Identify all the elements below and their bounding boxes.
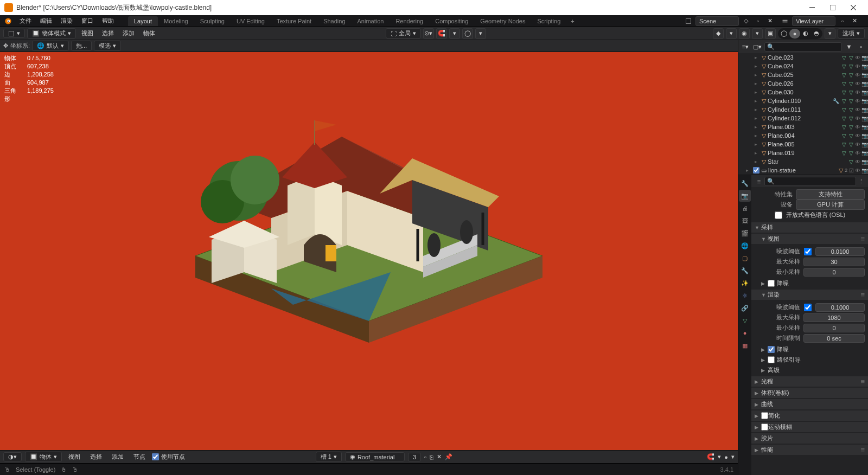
properties-search[interactable]: 🔍: [764, 177, 856, 186]
noise-rn-checkbox[interactable]: [803, 304, 812, 311]
minimize-button[interactable]: [802, 0, 822, 15]
outliner-item[interactable]: ▸▽Plane.004▽▽👁📷: [738, 131, 868, 140]
workspace-tab-compositing[interactable]: Compositing: [429, 16, 474, 26]
panel-vp-denoise[interactable]: ▶降噪: [751, 278, 868, 288]
shader-editor-type-dropdown[interactable]: ◑▾: [3, 452, 22, 461]
scene-pin-icon[interactable]: ◇: [741, 16, 751, 26]
viewport-options[interactable]: 选项 ▾: [838, 28, 865, 38]
outliner-display-mode-dropdown[interactable]: ▢▾: [752, 42, 762, 52]
scene-browse-icon[interactable]: [684, 16, 693, 26]
gizmo-visibility-toggle[interactable]: ◆: [713, 28, 724, 39]
material-unlink-icon[interactable]: ✕: [437, 453, 442, 460]
prop-tab-texture[interactable]: ▦: [739, 339, 751, 351]
scene-new-icon[interactable]: ▫: [753, 16, 763, 26]
simplify-checkbox[interactable]: [761, 412, 768, 419]
viewlayer-delete-icon[interactable]: ✕: [850, 16, 859, 26]
blender-icon[interactable]: [3, 16, 13, 26]
path-guiding-checkbox[interactable]: [768, 356, 775, 363]
panel-sampling[interactable]: ▼采样: [751, 222, 868, 233]
outliner-item[interactable]: ▸▽Plane.005▽▽👁📷: [738, 140, 868, 149]
shading-rendered[interactable]: ◓: [811, 29, 822, 38]
panel-viewport-sampling[interactable]: ▼视图≡: [751, 234, 868, 244]
outliner-item[interactable]: ▸▽Cube.023▽▽👁📷: [738, 53, 868, 62]
pivot-point-dropdown[interactable]: ⊙▾: [423, 28, 434, 39]
outliner-item[interactable]: ▸▽Star▽👁📷: [738, 157, 868, 166]
max-rn-value[interactable]: 1080: [803, 313, 865, 322]
panel-curves[interactable]: ▶曲线: [751, 399, 868, 409]
viewport-menu-add[interactable]: 添加: [119, 28, 138, 38]
vp-denoise-checkbox[interactable]: [768, 280, 775, 287]
prop-tab-particle[interactable]: ✨: [739, 277, 751, 289]
outliner-item[interactable]: ▸▽Cylinder.010🔧▽▽👁📷: [738, 97, 868, 105]
outliner-item[interactable]: ▸▽Cylinder.012▽▽👁📷: [738, 114, 868, 123]
overlay-toggle[interactable]: ◉: [739, 28, 750, 39]
scene-name-field[interactable]: Scene: [695, 16, 739, 26]
menu-file[interactable]: 文件: [15, 15, 36, 27]
material-pin-icon[interactable]: 📌: [445, 453, 452, 460]
workspace-tab-animation[interactable]: Animation: [352, 16, 390, 26]
shader-snap-toggle[interactable]: 🧲: [707, 453, 714, 460]
viewport-menu-object[interactable]: 物体: [140, 28, 158, 38]
outliner-item[interactable]: ▸▽Cube.030▽▽👁📷: [738, 88, 868, 97]
prop-tab-render[interactable]: 📷: [739, 190, 751, 202]
outliner-item[interactable]: ▸▽Plane.003▽▽👁📷: [738, 123, 868, 131]
panel-light-paths[interactable]: ▶光程≡: [751, 376, 868, 387]
workspace-tab-modeling[interactable]: Modeling: [158, 16, 194, 26]
shader-backdrop-btn[interactable]: ●: [724, 454, 728, 460]
workspace-tab-scripting[interactable]: Scripting: [531, 16, 566, 26]
outliner-item[interactable]: ▸▽Cylinder.011▽▽👁📷: [738, 105, 868, 114]
shading-material[interactable]: ◐: [800, 29, 811, 38]
shader-overlay-toggle[interactable]: ▾: [718, 453, 721, 460]
outliner-tree[interactable]: ▸▽Cube.023▽▽👁📷▸▽Cube.024▽▽👁📷▸▽Cube.025▽▽…: [738, 53, 868, 175]
prop-tab-data[interactable]: ▽: [739, 314, 751, 326]
osl-checkbox[interactable]: [774, 211, 783, 219]
viewport-menu-select[interactable]: 选择: [99, 28, 117, 38]
panel-rn-denoise[interactable]: ▶降噪: [751, 344, 868, 355]
panel-path-guiding[interactable]: ▶路径引导: [751, 355, 868, 365]
snap-settings-dropdown[interactable]: ▾: [449, 28, 460, 39]
shader-menu-select[interactable]: 选择: [87, 452, 105, 462]
menu-help[interactable]: 帮助: [98, 15, 118, 27]
noise-vp-checkbox[interactable]: [803, 248, 812, 255]
3d-viewport[interactable]: ✥ 坐标系: 🌐 默认 ▾ 拖... 模选 ▾ 物体0 / 5,760 顶点60…: [0, 40, 738, 450]
maximize-button[interactable]: [822, 0, 843, 15]
outliner-type-dropdown[interactable]: ≡▾: [741, 42, 750, 52]
transform-orientation-dropdown[interactable]: ⛶ 全局 ▾: [386, 28, 421, 38]
prop-tab-modifier[interactable]: 🔧: [739, 265, 751, 277]
xray-toggle[interactable]: ▣: [765, 28, 776, 39]
workspace-tab-layout[interactable]: Layout: [128, 16, 158, 26]
shader-menu-add[interactable]: 添加: [108, 452, 127, 462]
shader-menu-view[interactable]: 视图: [65, 452, 84, 462]
scene-delete-icon[interactable]: ✕: [765, 16, 775, 26]
panel-performance[interactable]: ▶性能≡: [751, 445, 868, 455]
menu-edit[interactable]: 编辑: [36, 15, 56, 27]
editor-type-dropdown[interactable]: ▾: [3, 29, 25, 38]
workspace-add-button[interactable]: +: [566, 16, 578, 26]
panel-simplify[interactable]: ▶简化: [751, 410, 868, 421]
noise-vp-value[interactable]: 0.0100: [815, 247, 865, 256]
material-duplicate-icon[interactable]: ⎘: [430, 454, 433, 460]
prop-tab-tool[interactable]: 🔧: [739, 177, 751, 189]
motion-blur-checkbox[interactable]: [761, 423, 768, 431]
overlay-dropdown[interactable]: ▾: [752, 28, 763, 39]
close-button[interactable]: [843, 0, 864, 15]
workspace-tab-sculpting[interactable]: Sculpting: [194, 16, 231, 26]
orientation-dropdown[interactable]: 🌐 默认 ▾: [32, 41, 69, 51]
snap-toggle[interactable]: 🧲: [436, 28, 447, 39]
properties-search-input[interactable]: [775, 178, 853, 184]
outliner-search-input[interactable]: [776, 44, 839, 50]
device-dropdown[interactable]: GPU 计算: [796, 200, 865, 210]
material-name-field[interactable]: ◉ Roof_material: [345, 452, 405, 461]
workspace-tab-texture-paint[interactable]: Texture Paint: [271, 16, 317, 26]
prop-tab-scene[interactable]: 🎬: [739, 227, 751, 239]
outliner-collection[interactable]: ▸ ▭ lion-statue▽2☑👁📷: [738, 166, 868, 175]
max-vp-value[interactable]: 30: [803, 258, 865, 266]
properties-type-dropdown[interactable]: ≡: [754, 178, 764, 185]
viewport-menu-view[interactable]: 视图: [78, 28, 97, 38]
outliner-search[interactable]: 🔍: [764, 42, 842, 52]
workspace-tab-geometry-nodes[interactable]: Geometry Nodes: [474, 16, 531, 26]
shading-dropdown[interactable]: ▾: [825, 28, 835, 39]
prop-tab-material[interactable]: ●: [739, 327, 751, 339]
interaction-mode-dropdown[interactable]: 🔲 物体模式 ▾: [27, 28, 76, 38]
prop-tab-viewlayer[interactable]: 🖼: [739, 215, 751, 227]
